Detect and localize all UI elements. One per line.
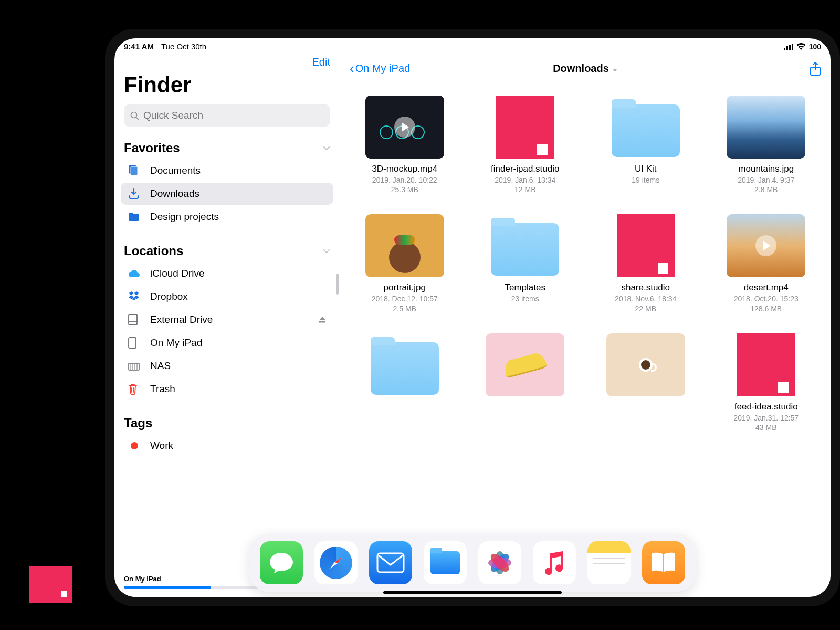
wifi-icon (796, 43, 806, 50)
status-time: 9:41 AM (124, 42, 154, 51)
content-header: ‹ On My iPad Downloads ⌄ (340, 53, 831, 81)
dock-mail[interactable] (369, 541, 412, 584)
tags-label: Tags (124, 416, 152, 430)
file-meta: 2019. Jan.4. 9:372.8 MB (738, 175, 794, 194)
title-text: Downloads (553, 62, 609, 75)
eject-icon[interactable] (319, 316, 326, 323)
file-thumbnail (365, 214, 444, 277)
section-locations[interactable]: Locations (114, 240, 340, 261)
folder-title[interactable]: Downloads ⌄ (553, 62, 618, 75)
home-indicator[interactable] (383, 591, 562, 594)
back-label: On My iPad (355, 62, 410, 75)
file-item[interactable]: mountains.jpg2019. Jan.4. 9:372.8 MB (712, 96, 821, 194)
svg-rect-3 (792, 44, 793, 50)
file-item[interactable]: portrait.jpg2018. Dec.12. 10:572.5 MB (351, 214, 459, 313)
sidebar-tag-work[interactable]: Work (121, 435, 333, 457)
section-tags[interactable]: Tags (114, 413, 340, 434)
dock-safari[interactable] (314, 541, 358, 584)
sidebar-item-external-drive[interactable]: External Drive (121, 309, 333, 331)
file-meta: 2019. Jan.6. 13:3412 MB (495, 175, 555, 194)
search-icon (130, 111, 139, 120)
brand-logo (29, 566, 72, 603)
nav-label: Trash (150, 383, 175, 395)
file-item[interactable]: desert.mp42018. Oct.20. 15:23128.6 MB (712, 214, 821, 313)
sidebar-item-dropbox[interactable]: Dropbox (121, 286, 333, 308)
file-thumbnail (365, 333, 444, 396)
file-thumbnail (365, 96, 444, 159)
edit-button[interactable]: Edit (312, 56, 330, 68)
dock-music[interactable] (533, 541, 576, 584)
battery-percent: 100 (809, 43, 821, 51)
file-item[interactable]: Templates23 items (471, 214, 580, 313)
dock-files[interactable] (424, 541, 467, 584)
file-item[interactable]: share.studio2018. Nov.6. 18:3422 MB (592, 214, 700, 313)
file-thumbnail (486, 96, 564, 159)
file-item[interactable]: UI Kit19 items (592, 96, 700, 194)
sidebar-item-nas[interactable]: NAS (121, 355, 333, 377)
svg-rect-0 (784, 48, 785, 50)
dropbox-icon (128, 291, 141, 302)
sidebar-item-design-projects[interactable]: Design projects (121, 206, 333, 228)
sidebar-item-downloads[interactable]: Downloads (121, 183, 333, 205)
trash-icon (128, 383, 141, 395)
file-thumbnail (606, 96, 685, 159)
nav-label: On My iPad (150, 337, 202, 349)
sidebar-item-icloud[interactable]: iCloud Drive (121, 262, 333, 285)
svg-rect-2 (789, 45, 791, 50)
file-name: share.studio (621, 282, 670, 293)
screen: 9:41 AM Tue Oct 30th 100 Edit Finder (114, 38, 831, 597)
svg-rect-12 (129, 363, 139, 370)
file-meta: 23 items (511, 294, 539, 303)
file-thumbnail (606, 333, 685, 396)
dock (249, 534, 696, 592)
file-meta: 2019. Jan.31. 12:5743 MB (733, 413, 799, 432)
file-item[interactable]: finder-ipad.studio2019. Jan.6. 13:3412 M… (471, 96, 580, 194)
sidebar-title: Finder (114, 72, 340, 104)
back-button[interactable]: ‹ On My iPad (350, 60, 410, 77)
sidebar-scrollbar[interactable] (336, 274, 339, 295)
svg-rect-7 (131, 166, 138, 175)
sidebar-item-on-my-ipad[interactable]: On My iPad (121, 332, 333, 354)
dock-books[interactable] (642, 541, 685, 584)
search-input[interactable] (143, 110, 324, 121)
file-item[interactable] (592, 333, 700, 432)
external-drive-icon (128, 314, 141, 326)
section-favorites[interactable]: Favorites (114, 138, 340, 159)
file-meta: 2018. Nov.6. 18:3422 MB (615, 294, 676, 313)
file-item[interactable]: 3D-mockup.mp42019. Jan.20. 10:2225.3 MB (351, 96, 459, 194)
locations-label: Locations (124, 244, 183, 258)
tag-dot-icon (131, 442, 138, 449)
dock-photos[interactable] (478, 541, 521, 584)
nav-label: Dropbox (150, 291, 188, 302)
svg-rect-11 (129, 338, 136, 348)
file-meta: 2018. Dec.12. 10:572.5 MB (372, 294, 438, 313)
nav-label: Downloads (150, 188, 200, 200)
svg-rect-24 (377, 553, 404, 572)
sidebar-item-trash[interactable]: Trash (121, 378, 333, 400)
share-button[interactable] (810, 61, 821, 76)
file-item[interactable] (471, 333, 580, 432)
svg-rect-8 (129, 314, 137, 325)
file-meta: 2019. Jan.20. 10:2225.3 MB (372, 175, 437, 194)
device-frame: 9:41 AM Tue Oct 30th 100 Edit Finder (105, 29, 840, 606)
file-thumbnail (727, 214, 805, 277)
folder-icon (128, 212, 141, 222)
file-name: feed-idea.studio (734, 402, 798, 412)
file-item[interactable] (351, 333, 459, 432)
file-thumbnail (727, 96, 805, 159)
search-box[interactable] (124, 104, 330, 127)
chevron-down-icon: ⌄ (612, 65, 618, 72)
status-date: Tue Oct 30th (161, 42, 206, 51)
sidebar-item-documents[interactable]: Documents (121, 160, 333, 182)
file-name: Templates (505, 282, 545, 293)
file-thumbnail (486, 333, 564, 396)
file-item[interactable]: feed-idea.studio2019. Jan.31. 12:5743 MB (712, 333, 821, 432)
dock-notes[interactable] (587, 541, 631, 584)
file-thumbnail (486, 214, 564, 277)
nav-label: Documents (150, 165, 201, 176)
dock-messages[interactable] (260, 541, 303, 584)
favorites-label: Favorites (124, 141, 180, 155)
svg-rect-10 (319, 321, 326, 323)
file-name: finder-ipad.studio (491, 164, 559, 174)
downloads-icon (128, 188, 141, 200)
